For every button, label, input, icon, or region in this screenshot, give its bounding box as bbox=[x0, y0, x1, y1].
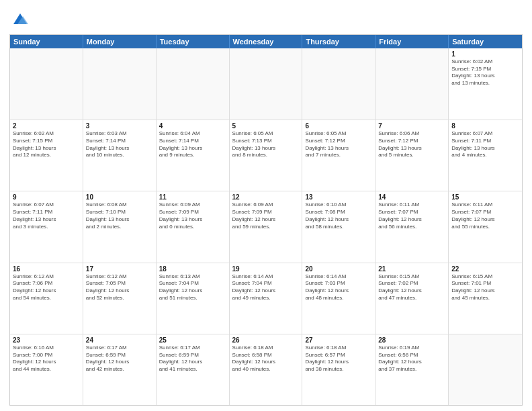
calendar-cell: 27Sunrise: 6:18 AM Sunset: 6:57 PM Dayli… bbox=[302, 334, 375, 405]
cell-info: Sunrise: 6:08 AM Sunset: 7:10 PM Dayligh… bbox=[86, 201, 153, 230]
week-row-4: 23Sunrise: 6:16 AM Sunset: 7:00 PM Dayli… bbox=[10, 334, 522, 405]
calendar-cell: 22Sunrise: 6:15 AM Sunset: 7:01 PM Dayli… bbox=[449, 263, 522, 334]
cell-info: Sunrise: 6:12 AM Sunset: 7:06 PM Dayligh… bbox=[13, 273, 80, 302]
day-header-monday: Monday bbox=[83, 35, 157, 48]
week-row-1: 2Sunrise: 6:02 AM Sunset: 7:15 PM Daylig… bbox=[10, 120, 522, 191]
cell-info: Sunrise: 6:12 AM Sunset: 7:05 PM Dayligh… bbox=[86, 273, 153, 302]
calendar-cell: 1Sunrise: 6:02 AM Sunset: 7:15 PM Daylig… bbox=[449, 48, 522, 120]
calendar-cell: 25Sunrise: 6:17 AM Sunset: 6:59 PM Dayli… bbox=[157, 334, 230, 405]
calendar-cell: 6Sunrise: 6:05 AM Sunset: 7:12 PM Daylig… bbox=[302, 120, 375, 191]
cell-date: 14 bbox=[378, 193, 445, 201]
cell-info: Sunrise: 6:16 AM Sunset: 7:00 PM Dayligh… bbox=[13, 345, 80, 373]
calendar-cell: 23Sunrise: 6:16 AM Sunset: 7:00 PM Dayli… bbox=[10, 334, 83, 405]
cell-date: 7 bbox=[378, 122, 445, 130]
cell-date: 27 bbox=[305, 336, 372, 344]
calendar-cell: 13Sunrise: 6:10 AM Sunset: 7:08 PM Dayli… bbox=[302, 191, 375, 262]
cell-date: 15 bbox=[451, 193, 519, 201]
cell-date: 22 bbox=[451, 265, 519, 273]
day-header-wednesday: Wednesday bbox=[230, 35, 303, 48]
cell-date: 8 bbox=[451, 122, 519, 130]
calendar-cell: 26Sunrise: 6:18 AM Sunset: 6:58 PM Dayli… bbox=[230, 334, 303, 405]
cell-info: Sunrise: 6:07 AM Sunset: 7:11 PM Dayligh… bbox=[451, 130, 519, 159]
cell-info: Sunrise: 6:14 AM Sunset: 7:04 PM Dayligh… bbox=[232, 273, 300, 302]
calendar: SundayMondayTuesdayWednesdayThursdayFrid… bbox=[9, 34, 523, 406]
cell-date: 16 bbox=[13, 265, 80, 273]
cell-date: 21 bbox=[378, 265, 445, 273]
day-headers: SundayMondayTuesdayWednesdayThursdayFrid… bbox=[10, 35, 522, 48]
cell-date: 13 bbox=[305, 193, 372, 201]
cell-info: Sunrise: 6:06 AM Sunset: 7:12 PM Dayligh… bbox=[378, 130, 445, 159]
calendar-cell: 24Sunrise: 6:17 AM Sunset: 6:59 PM Dayli… bbox=[83, 334, 157, 405]
calendar-cell: 20Sunrise: 6:14 AM Sunset: 7:03 PM Dayli… bbox=[302, 263, 375, 334]
cell-info: Sunrise: 6:17 AM Sunset: 6:59 PM Dayligh… bbox=[159, 345, 226, 373]
day-header-tuesday: Tuesday bbox=[157, 35, 230, 48]
calendar-cell: 4Sunrise: 6:04 AM Sunset: 7:14 PM Daylig… bbox=[157, 120, 230, 191]
logo bbox=[9, 9, 30, 32]
cell-date: 25 bbox=[159, 336, 226, 344]
cell-date: 24 bbox=[86, 336, 153, 344]
cell-info: Sunrise: 6:09 AM Sunset: 7:09 PM Dayligh… bbox=[159, 201, 226, 230]
calendar-cell: 2Sunrise: 6:02 AM Sunset: 7:15 PM Daylig… bbox=[10, 120, 83, 191]
cell-info: Sunrise: 6:13 AM Sunset: 7:04 PM Dayligh… bbox=[159, 273, 226, 302]
calendar-cell: 8Sunrise: 6:07 AM Sunset: 7:11 PM Daylig… bbox=[449, 120, 522, 191]
page: SundayMondayTuesdayWednesdayThursdayFrid… bbox=[0, 0, 532, 411]
calendar-cell: 18Sunrise: 6:13 AM Sunset: 7:04 PM Dayli… bbox=[157, 263, 230, 334]
calendar-cell bbox=[302, 48, 375, 120]
day-header-friday: Friday bbox=[375, 35, 449, 48]
logo-icon bbox=[11, 9, 30, 28]
header bbox=[9, 7, 523, 32]
cell-info: Sunrise: 6:17 AM Sunset: 6:59 PM Dayligh… bbox=[86, 345, 153, 373]
cell-date: 23 bbox=[13, 336, 80, 344]
cell-info: Sunrise: 6:09 AM Sunset: 7:09 PM Dayligh… bbox=[232, 201, 300, 230]
cell-date: 28 bbox=[378, 336, 445, 344]
cell-info: Sunrise: 6:02 AM Sunset: 7:15 PM Dayligh… bbox=[13, 130, 80, 159]
calendar-cell: 3Sunrise: 6:03 AM Sunset: 7:14 PM Daylig… bbox=[83, 120, 157, 191]
cell-info: Sunrise: 6:18 AM Sunset: 6:58 PM Dayligh… bbox=[232, 345, 300, 373]
calendar-cell bbox=[157, 48, 230, 120]
cell-date: 26 bbox=[232, 336, 300, 344]
calendar-cell: 11Sunrise: 6:09 AM Sunset: 7:09 PM Dayli… bbox=[157, 191, 230, 262]
cell-date: 1 bbox=[451, 50, 519, 58]
cell-date: 10 bbox=[86, 193, 153, 201]
calendar-cell bbox=[10, 48, 83, 120]
calendar-cell: 17Sunrise: 6:12 AM Sunset: 7:05 PM Dayli… bbox=[83, 263, 157, 334]
cell-date: 3 bbox=[86, 122, 153, 130]
day-header-sunday: Sunday bbox=[10, 35, 83, 48]
week-row-0: 1Sunrise: 6:02 AM Sunset: 7:15 PM Daylig… bbox=[10, 48, 522, 120]
calendar-cell: 10Sunrise: 6:08 AM Sunset: 7:10 PM Dayli… bbox=[83, 191, 157, 262]
cell-date: 11 bbox=[159, 193, 226, 201]
week-row-3: 16Sunrise: 6:12 AM Sunset: 7:06 PM Dayli… bbox=[10, 263, 522, 334]
cell-date: 9 bbox=[13, 193, 80, 201]
cell-info: Sunrise: 6:05 AM Sunset: 7:13 PM Dayligh… bbox=[232, 130, 300, 159]
cell-date: 18 bbox=[159, 265, 226, 273]
cell-info: Sunrise: 6:19 AM Sunset: 6:56 PM Dayligh… bbox=[378, 345, 445, 373]
calendar-cell: 16Sunrise: 6:12 AM Sunset: 7:06 PM Dayli… bbox=[10, 263, 83, 334]
calendar-cell: 28Sunrise: 6:19 AM Sunset: 6:56 PM Dayli… bbox=[375, 334, 449, 405]
cell-info: Sunrise: 6:11 AM Sunset: 7:07 PM Dayligh… bbox=[378, 201, 445, 230]
cell-info: Sunrise: 6:15 AM Sunset: 7:01 PM Dayligh… bbox=[451, 273, 519, 302]
week-row-2: 9Sunrise: 6:07 AM Sunset: 7:11 PM Daylig… bbox=[10, 191, 522, 262]
cell-date: 20 bbox=[305, 265, 372, 273]
cell-info: Sunrise: 6:04 AM Sunset: 7:14 PM Dayligh… bbox=[159, 130, 226, 159]
calendar-cell: 7Sunrise: 6:06 AM Sunset: 7:12 PM Daylig… bbox=[375, 120, 449, 191]
cell-info: Sunrise: 6:11 AM Sunset: 7:07 PM Dayligh… bbox=[451, 201, 519, 230]
cell-date: 19 bbox=[232, 265, 300, 273]
cell-info: Sunrise: 6:03 AM Sunset: 7:14 PM Dayligh… bbox=[86, 130, 153, 159]
calendar-cell bbox=[83, 48, 157, 120]
day-header-thursday: Thursday bbox=[302, 35, 375, 48]
cell-date: 2 bbox=[13, 122, 80, 130]
cell-date: 17 bbox=[86, 265, 153, 273]
cell-date: 4 bbox=[159, 122, 226, 130]
cell-info: Sunrise: 6:18 AM Sunset: 6:57 PM Dayligh… bbox=[305, 345, 372, 373]
calendar-body: 1Sunrise: 6:02 AM Sunset: 7:15 PM Daylig… bbox=[10, 48, 522, 405]
calendar-cell: 5Sunrise: 6:05 AM Sunset: 7:13 PM Daylig… bbox=[230, 120, 303, 191]
calendar-cell: 15Sunrise: 6:11 AM Sunset: 7:07 PM Dayli… bbox=[449, 191, 522, 262]
cell-info: Sunrise: 6:10 AM Sunset: 7:08 PM Dayligh… bbox=[305, 201, 372, 230]
cell-info: Sunrise: 6:02 AM Sunset: 7:15 PM Dayligh… bbox=[451, 58, 519, 87]
cell-date: 12 bbox=[232, 193, 300, 201]
calendar-cell bbox=[449, 334, 522, 405]
calendar-cell: 21Sunrise: 6:15 AM Sunset: 7:02 PM Dayli… bbox=[375, 263, 449, 334]
cell-info: Sunrise: 6:14 AM Sunset: 7:03 PM Dayligh… bbox=[305, 273, 372, 302]
calendar-cell bbox=[230, 48, 303, 120]
cell-info: Sunrise: 6:05 AM Sunset: 7:12 PM Dayligh… bbox=[305, 130, 372, 159]
